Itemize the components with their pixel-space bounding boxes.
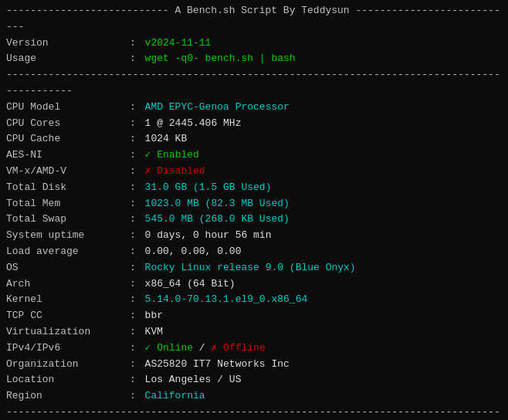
system-row-label: CPU Cache bbox=[6, 131, 130, 147]
system-row: System uptime: 0 days, 0 hour 56 min bbox=[6, 228, 502, 244]
system-row-label: System uptime bbox=[6, 228, 130, 244]
system-row-label: Kernel bbox=[6, 292, 130, 308]
system-row-value: bbr bbox=[145, 308, 163, 324]
system-row-value: x86_64 (64 Bit) bbox=[145, 276, 235, 293]
system-info-section: CPU Model: AMD EPYC-Genoa ProcessorCPU C… bbox=[6, 100, 502, 405]
system-row-value: AMD EPYC-Genoa Processor bbox=[145, 100, 290, 116]
system-row-value: 0 days, 0 hour 56 min bbox=[145, 228, 272, 244]
system-row-label: Load average bbox=[6, 244, 130, 260]
system-row: Arch: x86_64 (64 Bit) bbox=[6, 276, 502, 293]
mid-divider1: ----------------------------------------… bbox=[6, 67, 502, 100]
system-row: TCP CC: bbr bbox=[6, 308, 502, 324]
system-row-value: KVM bbox=[145, 324, 163, 340]
system-row: Total Disk: 31.0 GB (1.5 GB Used) bbox=[6, 180, 502, 196]
version-line: Version : v2024-11-11 bbox=[6, 36, 502, 52]
system-row-value: 1024 KB bbox=[145, 131, 188, 147]
system-row-label: Total Mem bbox=[6, 196, 130, 212]
system-row: CPU Cache: 1024 KB bbox=[6, 131, 502, 147]
version-label: Version bbox=[6, 36, 130, 52]
system-row: Total Mem: 1023.0 MB (82.3 MB Used) bbox=[6, 196, 502, 212]
system-row: AES-NI: ✓ Enabled bbox=[6, 147, 502, 164]
system-row-value: ✓ Enabled bbox=[145, 147, 199, 164]
system-row-label: OS bbox=[6, 260, 130, 276]
system-row-label: CPU Cores bbox=[6, 116, 130, 132]
system-row-value: 31.0 GB (1.5 GB Used) bbox=[145, 180, 272, 196]
system-row: Virtualization: KVM bbox=[6, 324, 502, 340]
usage-line: Usage : wget -q0- bench.sh | bash bbox=[6, 51, 502, 67]
system-row-label: Total Swap bbox=[6, 212, 130, 228]
system-row-label: CPU Model bbox=[6, 100, 130, 116]
system-row-label: Arch bbox=[6, 276, 130, 293]
mid-divider2: ----------------------------------------… bbox=[6, 405, 502, 420]
top-divider: --------------------------- A Bench.sh S… bbox=[6, 3, 502, 36]
system-row-value: 0.00, 0.00, 0.00 bbox=[145, 244, 242, 260]
usage-value: wget -q0- bench.sh | bash bbox=[145, 51, 296, 67]
system-row: CPU Model: AMD EPYC-Genoa Processor bbox=[6, 100, 502, 116]
system-row-label: IPv4/IPv6 bbox=[6, 340, 130, 357]
system-row: Organization: AS25820 IT7 Networks Inc bbox=[6, 357, 502, 373]
system-row: Load average: 0.00, 0.00, 0.00 bbox=[6, 244, 502, 260]
system-row-value-part: ✗ Offline bbox=[211, 340, 265, 357]
system-row: CPU Cores: 1 @ 2445.406 MHz bbox=[6, 116, 502, 132]
system-row: Region: California bbox=[6, 388, 502, 405]
system-row-value: 1 @ 2445.406 MHz bbox=[145, 116, 242, 132]
system-row: IPv4/IPv6: ✓ Online / ✗ Offline bbox=[6, 340, 502, 357]
system-row-label: Region bbox=[6, 388, 130, 405]
system-row-value: Los Angeles / US bbox=[145, 372, 242, 388]
usage-label: Usage bbox=[6, 51, 130, 67]
system-row-label: VM-x/AMD-V bbox=[6, 164, 130, 180]
system-row: Location: Los Angeles / US bbox=[6, 372, 502, 388]
system-row-value: Rocky Linux release 9.0 (Blue Onyx) bbox=[145, 260, 356, 276]
system-row-label: Location bbox=[6, 372, 130, 388]
system-row-value: 545.0 MB (268.0 KB Used) bbox=[145, 212, 290, 228]
system-row-label: Total Disk bbox=[6, 180, 130, 196]
system-row-label: Organization bbox=[6, 357, 130, 373]
system-row-value: ✗ Disabled bbox=[145, 164, 205, 180]
system-row: Kernel: 5.14.0-70.13.1.el9_0.x86_64 bbox=[6, 292, 502, 308]
system-row-value-part: / bbox=[193, 340, 211, 357]
system-row-value: AS25820 IT7 Networks Inc bbox=[145, 357, 290, 373]
system-row: VM-x/AMD-V: ✗ Disabled bbox=[6, 164, 502, 180]
system-row: OS: Rocky Linux release 9.0 (Blue Onyx) bbox=[6, 260, 502, 276]
system-row-value: 1023.0 MB (82.3 MB Used) bbox=[145, 196, 290, 212]
system-row-label: AES-NI bbox=[6, 147, 130, 164]
system-row-value: 5.14.0-70.13.1.el9_0.x86_64 bbox=[145, 292, 308, 308]
system-row: Total Swap: 545.0 MB (268.0 KB Used) bbox=[6, 212, 502, 228]
version-value: v2024-11-11 bbox=[145, 36, 212, 52]
system-row-label: Virtualization bbox=[6, 324, 130, 340]
system-row-value: California bbox=[145, 388, 205, 405]
system-row-value-part: ✓ Online bbox=[145, 340, 193, 357]
system-row-label: TCP CC bbox=[6, 308, 130, 324]
